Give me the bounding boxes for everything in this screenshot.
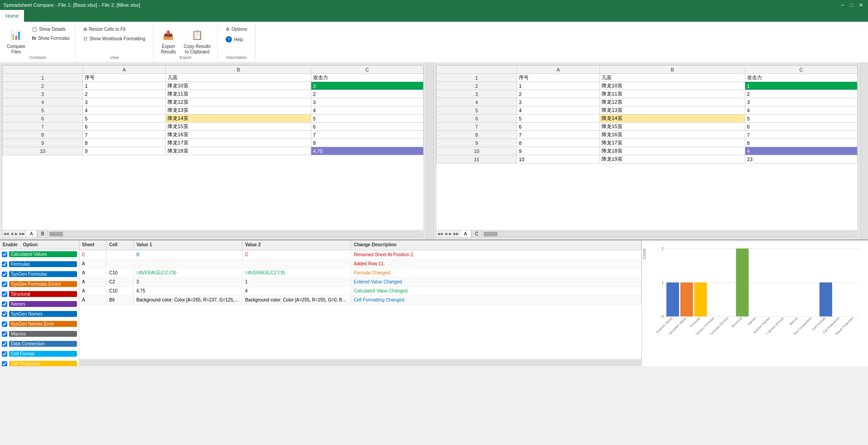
left-cell-r9c1[interactable]: 8 xyxy=(83,139,166,147)
export-results-button[interactable]: 📤 ExportResults xyxy=(157,25,180,57)
right-cell-r8c3[interactable]: 7 xyxy=(745,131,857,139)
left-cell-r3c3[interactable]: 2 xyxy=(311,90,423,98)
right-cell-r6c2[interactable]: 降龙14茧 xyxy=(600,115,745,123)
show-details-button[interactable]: 📋 Show Details xyxy=(29,25,72,33)
option-checkbox-11[interactable] xyxy=(2,361,7,367)
right-cell-r5c1[interactable]: 4 xyxy=(517,106,600,115)
result-row-5[interactable]: AB6Background color: Color [A=255, R=237… xyxy=(79,296,641,305)
left-cell-r10c3[interactable]: 4.75 xyxy=(311,147,423,155)
right-scroll-nav[interactable]: ◀◀ ◀ ▶ ▶▶ xyxy=(436,232,460,236)
left-cell-r5c1[interactable]: 4 xyxy=(83,106,166,115)
right-cell-r3c3[interactable]: 2 xyxy=(745,90,857,98)
show-formulas-button[interactable]: fx Show Formulas xyxy=(29,34,72,42)
left-sheet-tab-b[interactable]: B xyxy=(37,230,48,238)
option-checkbox-7[interactable] xyxy=(2,321,7,327)
left-scroll-nav[interactable]: ◀◀ ◀ ▶ ▶▶ xyxy=(2,232,26,236)
right-cell-r4c3[interactable]: 3 xyxy=(745,98,857,106)
right-cell-r10c3[interactable]: 4 xyxy=(745,147,857,155)
left-cell-r8c2[interactable]: 降龙16茧 xyxy=(166,131,311,139)
right-cell-r6c1[interactable]: 5 xyxy=(517,115,600,123)
left-cell-r10c2[interactable]: 降龙18茧 xyxy=(166,147,311,155)
option-checkbox-0[interactable] xyxy=(2,252,7,257)
option-checkbox-9[interactable] xyxy=(2,341,7,347)
result-row-3[interactable]: AC231Entered Value Changed. xyxy=(79,278,641,287)
left-cell-r6c2[interactable]: 降龙14茧 xyxy=(166,115,311,123)
right-cell-r2c2[interactable]: 降龙10茧 xyxy=(600,82,745,90)
left-scroll-last[interactable]: ▶▶ xyxy=(19,232,26,236)
right-scroll-last[interactable]: ▶▶ xyxy=(453,232,460,236)
right-cell-r9c2[interactable]: 降龙17茧 xyxy=(600,139,745,147)
right-cell-r1c1[interactable]: 序号 xyxy=(517,74,600,82)
right-cell-r2c1[interactable]: 1 xyxy=(517,82,600,90)
right-cell-r11c3[interactable]: 23 xyxy=(745,155,857,163)
minimize-button[interactable]: ─ xyxy=(839,1,846,9)
compare-files-button[interactable]: 📊 CompareFiles xyxy=(4,25,29,57)
right-h-scrollbar[interactable] xyxy=(483,231,857,237)
right-cell-r8c1[interactable]: 7 xyxy=(517,131,600,139)
right-cell-r3c2[interactable]: 降龙11茧 xyxy=(600,90,745,98)
left-cell-r4c1[interactable]: 3 xyxy=(83,98,166,106)
right-cell-r1c3[interactable]: 攻击力 xyxy=(745,74,857,82)
option-checkbox-4[interactable] xyxy=(2,292,7,297)
left-scroll-first[interactable]: ◀◀ xyxy=(2,232,10,236)
right-cell-r11c2[interactable]: 降龙19茧 xyxy=(600,155,745,163)
right-cell-r4c2[interactable]: 降龙12茧 xyxy=(600,98,745,106)
right-scroll-prev[interactable]: ◀ xyxy=(444,232,448,236)
left-cell-r1c1[interactable]: 序号 xyxy=(83,74,166,82)
right-cell-r6c3[interactable]: 5 xyxy=(745,115,857,123)
left-cell-r1c3[interactable]: 攻击力 xyxy=(311,74,423,82)
right-cell-r9c1[interactable]: 8 xyxy=(517,139,600,147)
right-cell-r3c1[interactable]: 2 xyxy=(517,90,600,98)
left-cell-r8c1[interactable]: 7 xyxy=(83,131,166,139)
left-cell-r6c1[interactable]: 5 xyxy=(83,115,166,123)
copy-results-button[interactable]: 📋 Copy Resultsto Clipboard xyxy=(181,25,214,57)
left-v-scrollbar[interactable] xyxy=(426,63,434,239)
right-cell-r2c3[interactable]: 1 xyxy=(745,82,857,90)
option-checkbox-10[interactable] xyxy=(2,351,7,357)
right-cell-r10c1[interactable]: 9 xyxy=(517,147,600,155)
right-cell-r5c2[interactable]: 降龙13茧 xyxy=(600,106,745,115)
option-checkbox-1[interactable] xyxy=(2,262,7,267)
option-checkbox-2[interactable] xyxy=(2,272,7,277)
left-cell-r7c1[interactable]: 6 xyxy=(83,123,166,131)
resize-cells-button[interactable]: ⊞ Resize Cells to Fit xyxy=(81,25,147,33)
tab-home[interactable]: Home xyxy=(0,10,24,22)
right-v-scrollbar[interactable] xyxy=(860,63,868,239)
right-cell-r4c1[interactable]: 3 xyxy=(517,98,600,106)
right-cell-r7c3[interactable]: 6 xyxy=(745,123,857,131)
right-sheet-tab-c[interactable]: C xyxy=(471,230,482,238)
left-h-scrollbar[interactable] xyxy=(49,231,423,237)
result-row-2[interactable]: AC10=AVERAGE(C2:C9)=AVERAGE(C2:C8)Formul… xyxy=(79,268,641,278)
help-button[interactable]: ? Help xyxy=(223,35,249,44)
right-sheet-tab-a[interactable]: A xyxy=(460,230,471,238)
left-cell-r2c1[interactable]: 1 xyxy=(83,82,166,90)
right-cell-r8c2[interactable]: 降龙16茧 xyxy=(600,131,745,139)
left-sheet-tab-a[interactable]: A xyxy=(26,230,37,238)
left-scroll-prev[interactable]: ◀ xyxy=(10,232,14,236)
left-cell-r5c2[interactable]: 降龙13茧 xyxy=(166,106,311,115)
left-cell-r3c1[interactable]: 2 xyxy=(83,90,166,98)
option-checkbox-6[interactable] xyxy=(2,311,7,317)
left-cell-r9c2[interactable]: 降龙17茧 xyxy=(166,139,311,147)
left-cell-r6c3[interactable]: 5 xyxy=(311,115,423,123)
left-cell-r2c2[interactable]: 降龙10茧 xyxy=(166,82,311,90)
right-scroll-next[interactable]: ▶ xyxy=(448,232,453,236)
left-cell-r7c3[interactable]: 6 xyxy=(311,123,423,131)
result-row-4[interactable]: AC104.754Calculated Value Changed. xyxy=(79,287,641,296)
right-cell-r11c1[interactable]: 10 xyxy=(517,155,600,163)
left-cell-r3c2[interactable]: 降龙11茧 xyxy=(166,90,311,98)
left-scroll-next[interactable]: ▶ xyxy=(14,232,19,236)
left-cell-r9c3[interactable]: 8 xyxy=(311,139,423,147)
close-button[interactable]: ✕ xyxy=(857,1,864,9)
option-checkbox-8[interactable] xyxy=(2,331,7,337)
right-cell-r5c3[interactable]: 4 xyxy=(745,106,857,115)
right-scroll-first[interactable]: ◀◀ xyxy=(436,232,444,236)
right-cell-r7c2[interactable]: 降龙15茧 xyxy=(600,123,745,131)
options-button[interactable]: ⚙ Options xyxy=(223,25,249,33)
left-cell-r10c1[interactable]: 9 xyxy=(83,147,166,155)
left-cell-r2c3[interactable]: 3 xyxy=(311,82,423,90)
right-cell-r10c2[interactable]: 降龙18茧 xyxy=(600,147,745,155)
right-cell-r7c1[interactable]: 6 xyxy=(517,123,600,131)
left-cell-r5c3[interactable]: 4 xyxy=(311,106,423,115)
left-cell-r8c3[interactable]: 7 xyxy=(311,131,423,139)
